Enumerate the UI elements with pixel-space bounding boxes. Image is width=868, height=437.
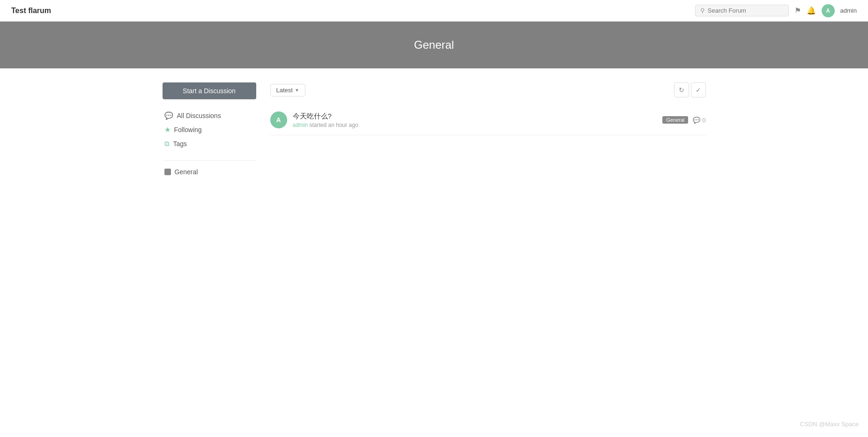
sidebar-divider [163, 160, 256, 161]
discussion-right: General 💬 0 [662, 116, 705, 124]
bell-icon[interactable]: 🔔 [807, 6, 816, 15]
discussion-info: 今天吃什么? admin started an hour ago [293, 112, 657, 128]
discussion-list: A 今天吃什么? admin started an hour ago Gener… [270, 105, 706, 135]
content-area: Latest ▼ ↻ ✓ A 今天吃什么? admin started an h… [270, 82, 706, 178]
toolbar-actions: ↻ ✓ [674, 82, 706, 97]
star-icon: ★ [164, 126, 171, 134]
start-discussion-button[interactable]: Start a Discussion [163, 82, 256, 99]
main-container: Start a Discussion 💬 All Discussions ★ F… [153, 68, 715, 193]
sidebar-item-label: All Discussions [177, 112, 221, 119]
sidebar-tags: General [163, 165, 256, 178]
flag-icon[interactable]: ⚑ [794, 6, 801, 15]
sort-dropdown[interactable]: Latest ▼ [270, 84, 305, 96]
sidebar-item-tags[interactable]: ⧉ Tags [163, 137, 256, 151]
discussion-tag[interactable]: General [662, 116, 688, 124]
reply-count-number: 0 [702, 117, 705, 124]
hero-title: General [414, 38, 454, 52]
username[interactable]: admin [840, 7, 857, 14]
discussion-avatar[interactable]: A [270, 111, 287, 128]
search-box[interactable]: ⚲ [695, 5, 789, 16]
content-toolbar: Latest ▼ ↻ ✓ [270, 82, 706, 97]
tag-color-swatch [164, 169, 171, 175]
navbar-right: ⚲ ⚑ 🔔 A admin [695, 4, 857, 17]
sidebar-item-label: Tags [173, 140, 187, 148]
site-brand[interactable]: Test flarum [11, 7, 51, 15]
sidebar-item-all-discussions[interactable]: 💬 All Discussions [163, 109, 256, 123]
discussion-item: A 今天吃什么? admin started an hour ago Gener… [270, 105, 706, 135]
search-icon: ⚲ [700, 7, 705, 14]
mark-read-button[interactable]: ✓ [691, 82, 706, 97]
sort-label: Latest [276, 87, 293, 94]
chevron-down-icon: ▼ [295, 88, 299, 93]
discussion-time: started an hour ago [310, 122, 358, 128]
discussion-meta: admin started an hour ago [293, 122, 657, 128]
avatar[interactable]: A [822, 4, 835, 17]
sidebar: Start a Discussion 💬 All Discussions ★ F… [163, 82, 256, 178]
tag-label: General [175, 168, 198, 176]
sidebar-nav: 💬 All Discussions ★ Following ⧉ Tags [163, 109, 256, 151]
chat-icon: 💬 [164, 111, 173, 120]
sidebar-item-following[interactable]: ★ Following [163, 123, 256, 137]
refresh-button[interactable]: ↻ [674, 82, 689, 97]
hero-banner: General [0, 22, 868, 68]
comment-icon: 💬 [693, 117, 700, 124]
navbar: Test flarum ⚲ ⚑ 🔔 A admin [0, 0, 868, 22]
sidebar-tag-general[interactable]: General [163, 165, 256, 178]
discussion-author[interactable]: admin [293, 122, 308, 128]
search-input[interactable] [708, 7, 784, 14]
sidebar-item-label: Following [174, 126, 202, 133]
grid-icon: ⧉ [164, 140, 170, 148]
reply-count: 💬 0 [693, 117, 705, 124]
discussion-title[interactable]: 今天吃什么? [293, 112, 657, 121]
